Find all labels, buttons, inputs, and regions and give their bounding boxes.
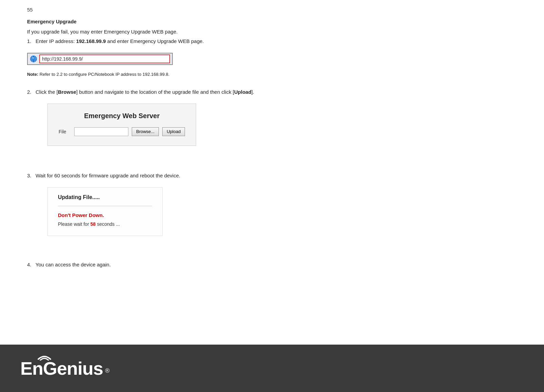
dont-power-down: Don't Power Down. [58,212,152,218]
step1-text: 1. Enter IP address: 192.168.99.9 and en… [27,37,517,45]
updating-title: Updating File..... [58,194,152,200]
ews-form-row: File Browse... Upload [59,127,185,136]
page-number: 55 [27,7,517,13]
step2-text: 2. Click the [Browse] button and navigat… [27,88,517,96]
logo-text: EnGenius [20,358,103,378]
step2-upload-label: Upload [234,89,251,95]
step3-content: Wait for 60 seconds for firmware upgrade… [36,173,180,178]
updating-box: Updating File..... Don't Power Down. Ple… [47,187,163,236]
intro-text: If you upgrade fail, you may enter Emerg… [27,28,517,36]
browser-bar: e http://192.168.99.9/ [27,53,173,65]
browser-url-box: http://192.168.99.9/ [39,55,170,63]
wifi-icon [37,353,51,361]
ews-file-label: File [59,129,71,134]
step1-number: 1. Enter IP address: [27,38,76,44]
step3-text: 3. Wait for 60 seconds for firmware upgr… [27,172,517,180]
step1-suffix: and enter Emergency Upgrade WEB page. [106,38,204,44]
browser-http-label: http:// [42,56,54,62]
emergency-web-server-box: Emergency Web Server File Browse... Uplo… [47,104,196,146]
logo-text-row: EnGenius ® [20,359,109,377]
note-label: Note: [27,72,38,77]
browser-icon: e [30,55,37,63]
ews-upload-button[interactable]: Upload [162,127,185,136]
footer: EnGenius ® [0,345,544,392]
browser-url-value: 192.168.99.9/ [54,56,83,62]
ews-title: Emergency Web Server [59,112,185,120]
engenius-logo: EnGenius ® [20,359,109,377]
please-wait-prefix: Please wait for [58,221,90,227]
step1-ip: 192.168.99.9 [76,38,106,44]
step2-browse-label: Browse [58,89,76,95]
please-wait-seconds: 58 [90,221,96,227]
please-wait-suffix: seconds ... [96,221,120,227]
please-wait-text: Please wait for 58 seconds ... [58,221,152,227]
step4-content: You can access the device again. [36,262,111,267]
step4-text: 4. You can access the device again. [27,262,517,267]
ews-browse-button[interactable]: Browse... [132,127,159,136]
updating-divider [58,206,152,206]
note-content: Refer to 2.2 to configure PC/Notebook IP… [38,72,169,77]
browser-bar-screenshot: e http://192.168.99.9/ [27,53,173,65]
ews-file-input[interactable] [74,127,128,136]
note-text: Note: Refer to 2.2 to configure PC/Noteb… [27,71,517,78]
section-title: Emergency Upgrade [27,19,517,24]
svg-text:e: e [33,57,34,59]
reg-mark: ® [105,367,109,374]
